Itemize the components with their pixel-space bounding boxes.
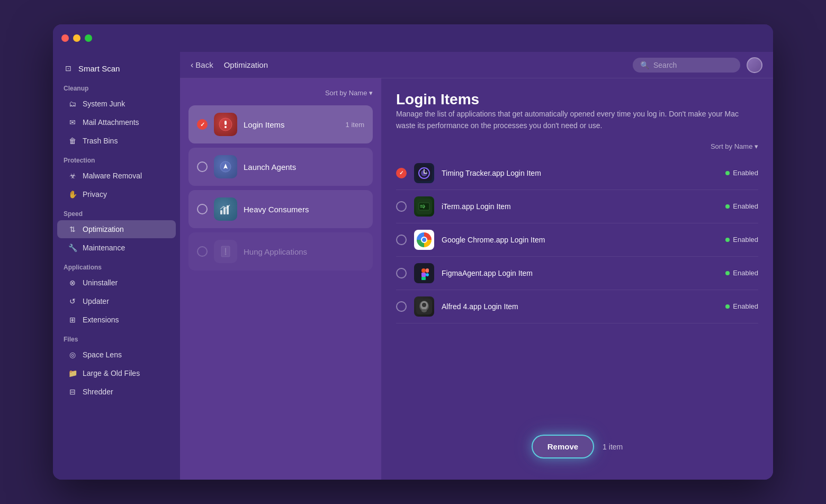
- top-nav: ‹ Back Optimization 🔍: [180, 52, 773, 78]
- sidebar-item-malware-removal[interactable]: ☣ Malware Removal: [57, 167, 176, 185]
- iterm-status-dot: [725, 204, 730, 209]
- back-label: Back: [195, 60, 213, 69]
- sidebar-item-updater[interactable]: ↺ Updater: [57, 292, 176, 310]
- list-item-launch-agents[interactable]: Launch Agents: [188, 148, 373, 186]
- iterm-radio[interactable]: [396, 201, 407, 212]
- alfred-radio[interactable]: [396, 301, 407, 312]
- sidebar-section-cleanup: Cleanup: [53, 78, 180, 94]
- close-button[interactable]: [61, 34, 69, 42]
- login-items-icon: [214, 113, 237, 136]
- login-item-chrome: Google Chrome.app Login Item Enabled: [396, 223, 758, 257]
- detail-sort-by-name[interactable]: Sort by Name ▾: [711, 142, 758, 150]
- sidebar-label-malware: Malware Removal: [83, 172, 142, 180]
- search-icon: 🔍: [640, 61, 649, 69]
- hung-apps-radio[interactable]: [197, 246, 208, 257]
- mail-icon: ✉: [68, 118, 77, 127]
- hung-apps-icon: [214, 240, 237, 263]
- heavy-consumers-radio[interactable]: [197, 204, 208, 214]
- sidebar: ⊡ Smart Scan Cleanup 🗂 System Junk ✉ Mai…: [53, 52, 180, 480]
- sidebar-item-extensions[interactable]: ⊞ Extensions: [57, 311, 176, 329]
- detail-sort-bar: Sort by Name ▾: [396, 142, 758, 150]
- heavy-consumers-label-group: Heavy Consumers: [244, 205, 364, 214]
- sidebar-label-extensions: Extensions: [83, 316, 119, 324]
- sidebar-item-large-old-files[interactable]: 📁 Large & Old Files: [57, 364, 176, 382]
- login-item-timing: Timing Tracker.app Login Item Enabled: [396, 157, 758, 190]
- search-bar[interactable]: 🔍: [633, 58, 740, 73]
- timing-status-label: Enabled: [733, 169, 758, 177]
- sidebar-section-speed: Speed: [53, 204, 180, 220]
- privacy-icon: ✋: [68, 190, 77, 199]
- sidebar-label-space-lens: Space Lens: [83, 350, 122, 359]
- hung-apps-label: Hung Applications: [244, 247, 364, 256]
- sort-by-name[interactable]: Sort by Name ▾: [325, 89, 373, 97]
- uninstall-icon: ⊗: [68, 278, 77, 287]
- svg-rect-20: [421, 277, 426, 280]
- chrome-status: Enabled: [725, 236, 758, 244]
- search-input[interactable]: [653, 61, 733, 69]
- monitor-icon: ⊡: [64, 64, 73, 73]
- sort-bar: Sort by Name ▾: [188, 87, 373, 99]
- list-item-hung-applications[interactable]: Hung Applications: [188, 232, 373, 271]
- iterm-app-name: iTerm.app Login Item: [442, 202, 718, 211]
- alfred-status: Enabled: [725, 302, 758, 310]
- timing-app-name: Timing Tracker.app Login Item: [442, 169, 718, 177]
- login-items-count: 1 item: [346, 121, 364, 129]
- sidebar-label-maintenance: Maintenance: [83, 244, 125, 252]
- login-items-label-group: Login Items: [244, 120, 339, 129]
- smart-scan-label: Smart Scan: [78, 64, 120, 73]
- sidebar-label-shredder: Shredder: [83, 388, 113, 396]
- iterm-status-label: Enabled: [733, 202, 758, 210]
- login-item-alfred: Alfred 4.app Login Item Enabled: [396, 290, 758, 323]
- lens-icon: ◎: [68, 350, 77, 359]
- sidebar-item-uninstaller[interactable]: ⊗ Uninstaller: [57, 274, 176, 292]
- traffic-lights: [61, 34, 92, 42]
- figma-app-icon: [414, 263, 434, 283]
- sidebar-section-protection: Protection: [53, 150, 180, 166]
- sidebar-item-space-lens[interactable]: ◎ Space Lens: [57, 346, 176, 364]
- sidebar-item-smart-scan[interactable]: ⊡ Smart Scan: [53, 58, 180, 78]
- alfred-app-icon: [414, 296, 434, 317]
- figma-status-dot: [725, 271, 730, 275]
- chrome-radio[interactable]: [396, 235, 407, 245]
- heavy-consumers-label: Heavy Consumers: [244, 205, 364, 214]
- remove-item-count: 1 item: [603, 443, 623, 451]
- sidebar-item-trash-bins[interactable]: 🗑 Trash Bins: [57, 132, 176, 150]
- launch-agents-icon: [214, 155, 237, 178]
- figma-radio[interactable]: [396, 268, 407, 278]
- list-item-heavy-consumers[interactable]: Heavy Consumers: [188, 190, 373, 228]
- alfred-status-dot: [725, 304, 730, 309]
- sidebar-label-mail: Mail Attachments: [83, 118, 139, 127]
- sidebar-item-maintenance[interactable]: 🔧 Maintenance: [57, 239, 176, 257]
- update-icon: ↺: [68, 296, 77, 306]
- sidebar-label-large-files: Large & Old Files: [83, 369, 140, 377]
- chrome-status-dot: [725, 238, 730, 242]
- login-items-radio[interactable]: [197, 119, 208, 130]
- sidebar-item-optimization[interactable]: ⇅ Optimization: [57, 220, 176, 238]
- sidebar-label-uninstaller: Uninstaller: [83, 278, 118, 287]
- system-junk-icon: 🗂: [68, 99, 77, 109]
- launch-agents-radio[interactable]: [197, 161, 208, 172]
- svg-point-9: [225, 254, 227, 255]
- figma-status-label: Enabled: [733, 269, 758, 277]
- svg-rect-2: [225, 121, 227, 125]
- remove-button[interactable]: Remove: [532, 435, 594, 458]
- user-avatar[interactable]: [747, 57, 762, 73]
- list-item-login-items[interactable]: Login Items 1 item: [188, 105, 373, 143]
- sidebar-item-system-junk[interactable]: 🗂 System Junk: [57, 95, 176, 113]
- sidebar-label-optimization: Optimization: [83, 225, 124, 233]
- sidebar-item-privacy[interactable]: ✋ Privacy: [57, 185, 176, 203]
- sidebar-item-mail-attachments[interactable]: ✉ Mail Attachments: [57, 113, 176, 131]
- alfred-app-name: Alfred 4.app Login Item: [442, 302, 718, 311]
- list-panel: Sort by Name ▾: [180, 78, 381, 480]
- svg-rect-14: [419, 203, 429, 210]
- minimize-button[interactable]: [73, 34, 80, 42]
- timing-radio[interactable]: [396, 168, 407, 178]
- svg-rect-17: [421, 273, 426, 277]
- iterm-status: Enabled: [725, 202, 758, 210]
- svg-point-25: [421, 309, 427, 312]
- back-button[interactable]: ‹ Back: [191, 60, 213, 70]
- maximize-button[interactable]: [85, 34, 92, 42]
- sidebar-item-shredder[interactable]: ⊟ Shredder: [57, 383, 176, 401]
- heavy-consumers-icon: [214, 197, 237, 221]
- trash-icon: 🗑: [68, 136, 77, 146]
